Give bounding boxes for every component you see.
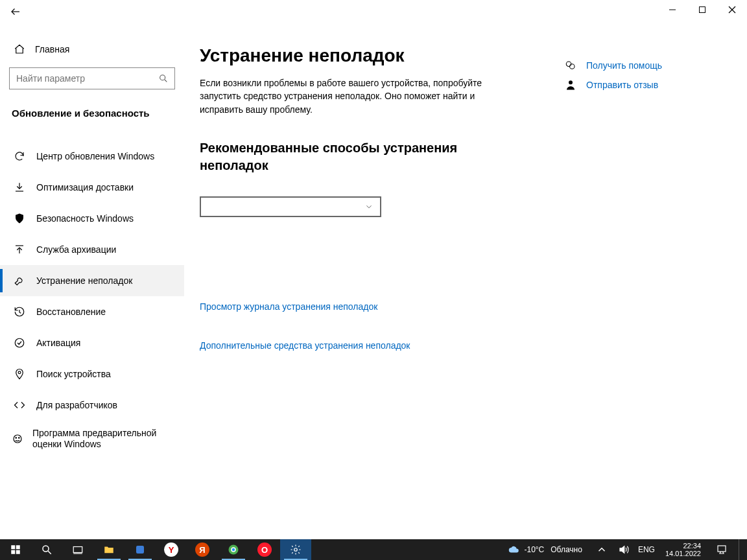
nav-item-for-developers[interactable]: Для разработчиков — [0, 390, 184, 421]
page-title: Устранение неполадок — [200, 45, 537, 66]
svg-point-11 — [566, 62, 571, 67]
svg-rect-17 — [16, 550, 20, 554]
svg-point-13 — [569, 80, 573, 84]
close-button[interactable] — [717, 0, 747, 19]
tray-volume[interactable] — [616, 539, 632, 560]
section-title: Обновление и безопасность — [0, 89, 184, 122]
nav-item-backup[interactable]: Служба архивации — [0, 234, 184, 265]
chevron-up-icon — [596, 544, 608, 555]
svg-line-19 — [48, 551, 51, 554]
svg-point-25 — [232, 548, 235, 552]
history-icon — [12, 306, 27, 318]
taskbar-file-explorer[interactable] — [93, 539, 124, 560]
nav-item-label: Восстановление — [36, 307, 106, 317]
svg-rect-27 — [718, 546, 726, 552]
nav-item-find-my-device[interactable]: Поиск устройства — [0, 358, 184, 390]
back-button[interactable] — [0, 0, 31, 23]
start-button[interactable] — [0, 539, 31, 560]
yandex-icon: Y — [164, 542, 178, 557]
clock-date: 14.01.2022 — [665, 550, 701, 557]
nav-item-label: Активация — [36, 338, 80, 348]
nav-item-recovery[interactable]: Восстановление — [0, 296, 184, 327]
clock-time: 22:34 — [665, 542, 701, 550]
nav-item-activation[interactable]: Активация — [0, 327, 184, 358]
svg-point-4 — [160, 75, 165, 80]
task-view-icon — [72, 544, 84, 555]
weather-cond: Облачно — [551, 545, 582, 554]
task-view-button[interactable] — [62, 539, 93, 560]
page-description: Если возникли проблемы в работе вашего у… — [200, 76, 498, 116]
nav-item-label: Служба архивации — [36, 244, 116, 255]
weather-widget[interactable]: -10°C Облачно — [503, 539, 587, 560]
chevron-down-icon — [364, 202, 374, 211]
taskbar-chrome[interactable] — [218, 539, 249, 560]
nav-item-label: Оптимизация доставки — [36, 182, 134, 192]
taskbar-search[interactable] — [31, 539, 62, 560]
action-center[interactable] — [711, 539, 732, 560]
minimize-icon — [669, 6, 676, 14]
check-circle-icon — [12, 337, 27, 349]
wrench-icon — [12, 275, 27, 286]
get-help-label: Получить помощь — [586, 60, 662, 71]
svg-line-5 — [165, 80, 167, 82]
input-language[interactable]: ENG — [638, 545, 655, 554]
maximize-button[interactable] — [687, 0, 717, 19]
home-link[interactable]: Главная — [0, 35, 184, 64]
nav-item-label: Центр обновления Windows — [36, 151, 154, 161]
feedback-label: Отправить отзыв — [586, 80, 658, 90]
get-help-link[interactable]: Получить помощь — [563, 60, 731, 71]
svg-point-12 — [570, 64, 575, 69]
search-icon — [41, 544, 53, 555]
nav-item-troubleshoot[interactable]: Устранение неполадок — [0, 265, 184, 296]
home-label: Главная — [35, 44, 69, 54]
minimize-button[interactable] — [658, 0, 687, 19]
taskbar-opera[interactable]: O — [249, 539, 280, 560]
taskbar-clock[interactable]: 22:34 14.01.2022 — [661, 542, 705, 557]
arrow-left-icon — [10, 6, 21, 18]
location-icon — [12, 368, 27, 380]
taskbar-yandex-browser[interactable]: Я — [187, 539, 218, 560]
windows-icon — [10, 544, 21, 555]
nav-item-windows-update[interactable]: Центр обновления Windows — [0, 141, 184, 172]
show-desktop[interactable] — [739, 539, 743, 560]
view-history-link[interactable]: Просмотр журнала устранения неполадок — [200, 301, 377, 312]
search-input[interactable] — [10, 73, 152, 84]
tray-chevron[interactable] — [594, 539, 610, 560]
svg-rect-20 — [73, 547, 82, 553]
nav-item-label: Поиск устройства — [36, 369, 111, 379]
close-icon — [728, 6, 736, 14]
svg-rect-15 — [16, 545, 20, 549]
additional-troubleshooters-link[interactable]: Дополнительные средства устранения непол… — [200, 340, 410, 351]
weather-temp: -10°C — [524, 545, 544, 554]
svg-point-6 — [15, 338, 24, 347]
svg-point-10 — [19, 438, 20, 439]
upload-icon — [12, 244, 27, 255]
opera-icon: O — [257, 542, 272, 557]
notification-icon — [716, 544, 728, 555]
feedback-link[interactable]: Отправить отзыв — [563, 79, 731, 91]
nav-item-label: Безопасность Windows — [36, 213, 134, 224]
help-icon — [563, 60, 578, 71]
chrome-icon — [228, 544, 239, 555]
nav-item-label: Для разработчиков — [36, 400, 117, 410]
shield-icon — [12, 213, 27, 224]
app-icon — [134, 544, 146, 555]
gear-icon — [290, 544, 302, 555]
history-dropdown[interactable] — [200, 196, 381, 217]
svg-rect-14 — [11, 545, 15, 549]
nav-item-windows-security[interactable]: Безопасность Windows — [0, 203, 184, 234]
svg-point-26 — [294, 548, 298, 552]
svg-rect-1 — [700, 7, 706, 13]
taskbar-app-1[interactable] — [124, 539, 156, 560]
taskbar-yandex[interactable]: Y — [156, 539, 187, 560]
svg-point-18 — [43, 546, 49, 552]
sync-icon — [12, 150, 27, 162]
nav-item-delivery-optimization[interactable]: Оптимизация доставки — [0, 172, 184, 203]
search-icon — [152, 73, 174, 84]
taskbar-settings[interactable] — [280, 539, 311, 560]
search-box[interactable] — [9, 67, 175, 89]
maximize-icon — [698, 6, 706, 14]
download-icon — [12, 181, 27, 193]
nav-item-insider-program[interactable]: Программа предварительной оценки Windows — [0, 421, 184, 457]
svg-rect-16 — [11, 550, 15, 554]
